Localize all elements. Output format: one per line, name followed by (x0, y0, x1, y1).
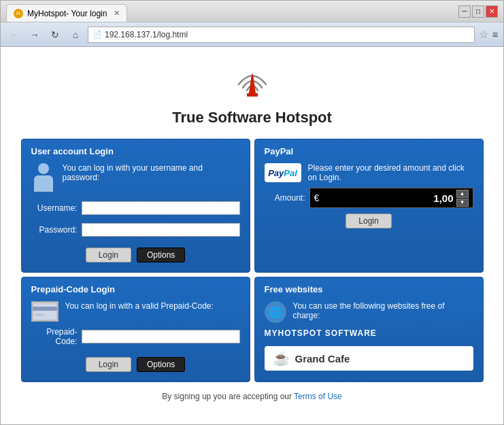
paypal-info-row: PayPal Please enter your desired amount … (265, 163, 473, 182)
free-panel-header: Free websites (265, 284, 473, 294)
tab-favicon: H (14, 9, 23, 18)
username-row: Username: (31, 201, 240, 215)
amount-value: 1,00 (322, 192, 453, 204)
currency-symbol: € (314, 192, 320, 203)
tab-close-button[interactable]: ✕ (114, 9, 120, 18)
user-btn-row: Login Options (31, 248, 240, 262)
user-panel-body: You can log in with your username and pa… (31, 163, 240, 262)
user-login-panel: User account Login You can log in with y… (21, 139, 250, 273)
maximize-button[interactable]: □ (472, 5, 484, 18)
password-row: Password: (31, 223, 240, 237)
browser-tab[interactable]: H MyHotspot- Your login ✕ (6, 4, 127, 22)
user-avatar-icon (31, 163, 56, 196)
user-info-row: You can log in with your username and pa… (31, 163, 240, 196)
page-content: True Software Hotspot User account Login… (1, 47, 503, 424)
user-info-text: You can log in with your username and pa… (63, 163, 240, 182)
tab-area: H MyHotspot- Your login ✕ (6, 1, 456, 22)
svg-marker-0 (249, 74, 256, 93)
prepaid-info-text: You can log in with a valid Prepaid-Code… (65, 301, 214, 311)
footer-text: By signing up you are accepting our (162, 392, 294, 401)
username-label: Username: (31, 203, 78, 213)
reload-button[interactable]: ↻ (47, 27, 63, 43)
menu-button[interactable]: ≡ (492, 29, 498, 40)
paypal-info-text: Please enter your desired amount and cli… (308, 163, 473, 182)
panels-grid: User account Login You can log in with y… (21, 139, 484, 382)
user-login-button[interactable]: Login (86, 248, 131, 262)
terms-of-use-link[interactable]: Terms of Use (294, 392, 342, 401)
address-bar[interactable]: 📄 192.168.137.1/log.html (88, 27, 475, 43)
svg-rect-3 (33, 307, 57, 311)
prepaid-login-button[interactable]: Login (86, 357, 131, 372)
password-input[interactable] (82, 223, 240, 237)
page-icon: 📄 (93, 30, 102, 39)
url-text: 192.168.137.1/log.html (105, 30, 188, 39)
prepaid-panel-header: Prepaid-Code Login (31, 284, 240, 294)
back-button[interactable]: ← (6, 27, 22, 43)
prepaid-card-icon (31, 301, 58, 322)
prepaid-code-row: Prepaid-Code: (31, 327, 240, 346)
nav-bar: ← → ↻ ⌂ 📄 192.168.137.1/log.html ☆ ≡ (1, 22, 503, 47)
svg-rect-1 (247, 93, 258, 97)
free-websites-panel: Free websites 🌐 You can use the followin… (254, 277, 484, 382)
prepaid-panel: Prepaid-Code Login You can log in with a… (21, 277, 250, 382)
user-options-button[interactable]: Options (137, 248, 185, 262)
free-info-row: 🌐 You can use the following websites fre… (265, 301, 473, 323)
paypal-panel-header: PayPal (265, 146, 473, 156)
window-controls: ─ □ ✕ (458, 5, 498, 18)
software-label: MYHOTSPOT SOFTWARE (265, 328, 473, 338)
prepaid-panel-body: You can log in with a valid Prepaid-Code… (31, 301, 240, 372)
paypal-logo: PayPal (265, 163, 301, 182)
forward-button[interactable]: → (27, 27, 43, 43)
page-footer: By signing up you are accepting our Term… (162, 392, 342, 401)
amount-up-button[interactable]: ▲ (456, 190, 469, 198)
cafe-name: Grand Cafe (295, 353, 350, 364)
close-button[interactable]: ✕ (486, 5, 498, 18)
browser-window: H MyHotspot- Your login ✕ ─ □ ✕ ← → ↻ ⌂ … (0, 0, 504, 425)
svg-rect-4 (35, 313, 44, 316)
prepaid-info-row: You can log in with a valid Prepaid-Code… (31, 301, 240, 322)
page-title: True Software Hotspot (172, 109, 332, 126)
prepaid-options-button[interactable]: Options (137, 357, 185, 372)
amount-input-container: € 1,00 ▲ ▼ (309, 188, 473, 208)
free-info-text: You can use the following websites free … (293, 301, 473, 320)
amount-spinners: ▲ ▼ (456, 190, 469, 207)
user-panel-header: User account Login (31, 146, 240, 156)
prepaid-code-label: Prepaid-Code: (31, 327, 78, 346)
home-button[interactable]: ⌂ (67, 27, 84, 43)
amount-row: Amount: € 1,00 ▲ ▼ (265, 188, 473, 208)
amount-label: Amount: (265, 193, 305, 203)
avatar-body (34, 175, 53, 192)
title-bar: H MyHotspot- Your login ✕ ─ □ ✕ (1, 1, 503, 22)
avatar-head (38, 163, 49, 174)
password-label: Password: (31, 225, 78, 235)
free-panel-body: 🌐 You can use the following websites fre… (265, 301, 473, 371)
paypal-btn-row: Login (265, 214, 473, 228)
bookmark-button[interactable]: ☆ (479, 28, 488, 41)
paypal-panel: PayPal PayPal Please enter your desired … (254, 139, 484, 273)
prepaid-code-input[interactable] (82, 330, 240, 343)
cafe-cup-icon: ☕ (273, 350, 290, 367)
paypal-login-button[interactable]: Login (346, 214, 391, 228)
tab-title: MyHotspot- Your login (27, 9, 107, 18)
globe-icon: 🌐 (265, 301, 286, 323)
paypal-panel-body: PayPal Please enter your desired amount … (265, 163, 473, 228)
username-input[interactable] (82, 201, 240, 215)
prepaid-btn-row: Login Options (31, 357, 240, 372)
amount-down-button[interactable]: ▼ (456, 199, 469, 207)
svg-rect-2 (33, 303, 57, 320)
grand-cafe-link[interactable]: ☕ Grand Cafe (265, 346, 473, 371)
minimize-button[interactable]: ─ (458, 5, 471, 18)
hotspot-icon (229, 61, 276, 103)
